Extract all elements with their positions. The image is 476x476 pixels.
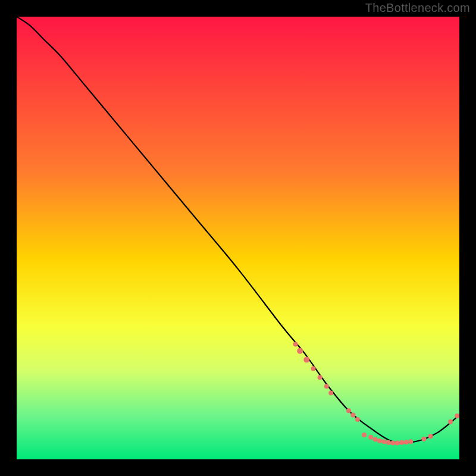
data-marker — [362, 433, 367, 437]
data-marker — [421, 437, 426, 441]
data-marker — [428, 434, 433, 439]
data-marker — [293, 342, 298, 347]
data-marker — [399, 440, 404, 445]
data-marker — [350, 413, 355, 418]
data-marker — [382, 439, 387, 444]
chart-curve — [17, 17, 459, 459]
data-marker — [297, 348, 303, 354]
data-marker — [455, 414, 459, 418]
data-marker — [328, 390, 333, 395]
data-marker — [346, 408, 351, 413]
data-marker — [324, 384, 329, 389]
data-marker — [386, 440, 391, 445]
data-marker — [404, 440, 409, 444]
data-marker — [377, 439, 382, 443]
plot-area — [17, 17, 459, 459]
data-marker — [373, 437, 378, 442]
data-marker — [390, 440, 395, 445]
data-marker — [303, 357, 309, 363]
watermark-label: TheBottleneck.com — [365, 1, 470, 15]
data-marker — [408, 439, 413, 444]
data-marker — [395, 440, 400, 445]
data-marker — [311, 366, 315, 371]
data-marker — [318, 375, 322, 380]
data-marker — [355, 417, 360, 422]
markers-group — [293, 342, 459, 446]
data-marker — [368, 435, 373, 440]
curve-line — [17, 17, 459, 443]
data-marker — [448, 419, 453, 424]
